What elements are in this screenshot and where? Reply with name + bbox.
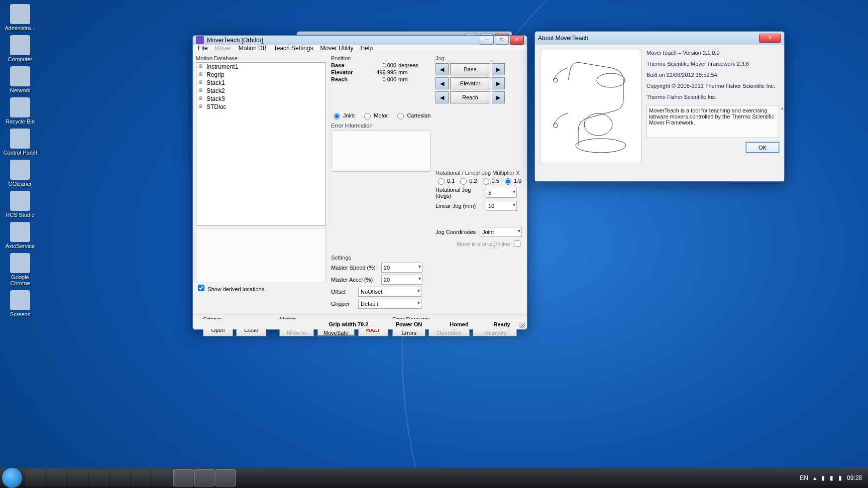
jog-elev-minus[interactable]: ◀: [436, 77, 449, 89]
tray-arrow-icon[interactable]: ▴: [813, 474, 816, 481]
coord-error-group: Joint Motor Cartesian Error Information: [331, 108, 430, 251]
menu-motiondb[interactable]: Motion DB: [239, 45, 267, 52]
tray-vol-icon[interactable]: ▮: [838, 474, 842, 481]
menu-teach[interactable]: Teach Settings: [274, 45, 313, 52]
menu-mover[interactable]: Mover: [214, 45, 231, 52]
task-app2[interactable]: [110, 469, 130, 486]
app-icon: [196, 36, 204, 44]
jog-mult-label: Rotational / Linear Jog Multiplier X: [436, 170, 522, 176]
tray-net-icon[interactable]: ▮: [830, 474, 833, 481]
close-button[interactable]: ✕: [510, 36, 524, 45]
jog-base-plus[interactable]: ▶: [492, 63, 505, 75]
jog-reach-button[interactable]: Reach: [450, 91, 490, 103]
error-info-box: [331, 131, 430, 172]
radio-motor[interactable]: Motor: [362, 111, 388, 119]
jog-elev-plus[interactable]: ▶: [492, 77, 505, 89]
about-copyright: Copyright © 2008-2011 Thermo Fisher Scie…: [646, 83, 779, 89]
maximize-button[interactable]: □: [495, 36, 509, 45]
desktop-icon-screens[interactable]: Screens: [1, 290, 39, 317]
straight-checkbox[interactable]: [514, 240, 520, 247]
tray-flag-icon[interactable]: ▮: [821, 474, 825, 481]
about-image: [540, 50, 641, 163]
detail-panel: [196, 228, 326, 283]
task-media[interactable]: [68, 469, 88, 486]
tree-item[interactable]: STDloc: [196, 103, 325, 111]
svg-point-4: [554, 124, 558, 128]
desktop-icon-computer[interactable]: Computer: [1, 35, 39, 62]
radio-joint[interactable]: Joint: [331, 111, 355, 119]
rotjog-combo[interactable]: 5: [486, 188, 517, 198]
moverteach-window: MoverTeach [Orbitor] — □ ✕ File Mover Mo…: [192, 35, 527, 330]
radio-cartesian[interactable]: Cartesian: [395, 111, 430, 119]
about-description: MoverTeach is a tool for teaching and ex…: [646, 105, 779, 138]
error-label: Error Information: [331, 123, 430, 129]
gripper-combo[interactable]: Default: [358, 299, 421, 309]
task-chrome[interactable]: [152, 469, 172, 486]
task-mover[interactable]: [173, 469, 193, 486]
desktop-icon-chrome[interactable]: Google Chrome: [1, 253, 39, 286]
jog-base-minus[interactable]: ◀: [436, 63, 449, 75]
jog-group: Jog ◀Base▶ ◀Elevator▶ ◀Reach▶: [436, 54, 522, 105]
status-power: Power ON: [381, 321, 437, 327]
desktop-icon-axio[interactable]: AxioService: [1, 222, 39, 249]
about-dialog: About MoverTeach ✕ MoverTeach – Version …: [534, 31, 785, 182]
menu-file[interactable]: File: [198, 45, 207, 52]
task-mover3[interactable]: [215, 469, 236, 486]
status-grip: Grip width 79.2: [316, 321, 381, 327]
desktop-icon-admin[interactable]: Administra...: [1, 4, 39, 31]
about-title: About MoverTeach: [538, 35, 588, 42]
straight-label: Move in a straight line: [457, 241, 510, 247]
linjog-combo[interactable]: 10: [486, 201, 517, 211]
resize-grip[interactable]: [519, 322, 525, 328]
jog-elev-button[interactable]: Elevator: [450, 77, 490, 89]
about-close-button[interactable]: ✕: [759, 34, 781, 43]
about-framework: Thermo Scientific Mover Framework 2.3.6: [646, 61, 779, 67]
jog-reach-plus[interactable]: ▶: [492, 91, 505, 103]
about-titlebar[interactable]: About MoverTeach ✕: [535, 32, 784, 45]
speed-combo[interactable]: 20: [381, 263, 422, 273]
tree-item[interactable]: Stack1: [196, 79, 325, 87]
mult-02[interactable]: 0.2: [458, 177, 477, 185]
tray-time[interactable]: 09:28: [847, 474, 862, 481]
show-derived-checkbox[interactable]: Show derived locations: [196, 286, 264, 292]
svg-point-2: [597, 73, 625, 87]
titlebar[interactable]: MoverTeach [Orbitor] — □ ✕: [193, 36, 527, 45]
jog-reach-minus[interactable]: ◀: [436, 91, 449, 103]
task-app1[interactable]: [89, 469, 109, 486]
about-company: Thermo Fisher Scientific Inc.: [646, 94, 779, 100]
desktop-icon-network[interactable]: Network: [1, 66, 39, 93]
taskbar: EN ▴ ▮ ▮ ▮ 09:28: [0, 468, 868, 488]
motion-db-label: Motion Database: [196, 55, 326, 61]
tree-item[interactable]: Stack3: [196, 95, 325, 103]
task-explorer[interactable]: [47, 469, 67, 486]
status-ready: Ready: [482, 321, 522, 327]
task-search[interactable]: [131, 469, 151, 486]
menu-help[interactable]: Help: [360, 45, 373, 52]
menu-utility[interactable]: Mover Utility: [320, 45, 353, 52]
jog-base-button[interactable]: Base: [450, 63, 490, 75]
jogcoord-combo[interactable]: Joint: [480, 227, 522, 237]
task-ie[interactable]: [26, 469, 46, 486]
desktop-icon-recycle[interactable]: Recycle Bin: [1, 97, 39, 125]
start-button[interactable]: [2, 468, 22, 488]
desktop-icon-controlpanel[interactable]: Control Panel: [1, 129, 39, 156]
mult-05[interactable]: 0.5: [480, 177, 499, 185]
tray-lang[interactable]: EN: [800, 474, 808, 481]
ok-button[interactable]: OK: [746, 142, 779, 153]
offset-combo[interactable]: NoOffset: [358, 287, 421, 297]
about-built: Built on 21/08/2012 15:52:54: [646, 72, 779, 78]
mult-10[interactable]: 1.0: [502, 177, 521, 185]
statusbar: Grip width 79.2 Power ON Homed Ready: [193, 319, 527, 329]
svg-point-1: [584, 113, 612, 136]
accel-combo[interactable]: 20: [381, 275, 422, 285]
tree-item[interactable]: Instrument1: [196, 63, 325, 71]
minimize-button[interactable]: —: [480, 36, 494, 45]
tree-item[interactable]: Regrip: [196, 71, 325, 79]
coord-radios: Joint Motor Cartesian: [331, 111, 430, 119]
task-mover2[interactable]: [194, 469, 214, 486]
mult-01[interactable]: 0.1: [436, 177, 455, 185]
desktop-icon-ccleaner[interactable]: CCleaner: [1, 160, 39, 187]
desktop-icon-hcs[interactable]: HCS Studio: [1, 191, 39, 218]
motion-db-tree[interactable]: Instrument1 Regrip Stack1 Stack2 Stack3 …: [196, 62, 326, 226]
tree-item[interactable]: Stack2: [196, 87, 325, 95]
